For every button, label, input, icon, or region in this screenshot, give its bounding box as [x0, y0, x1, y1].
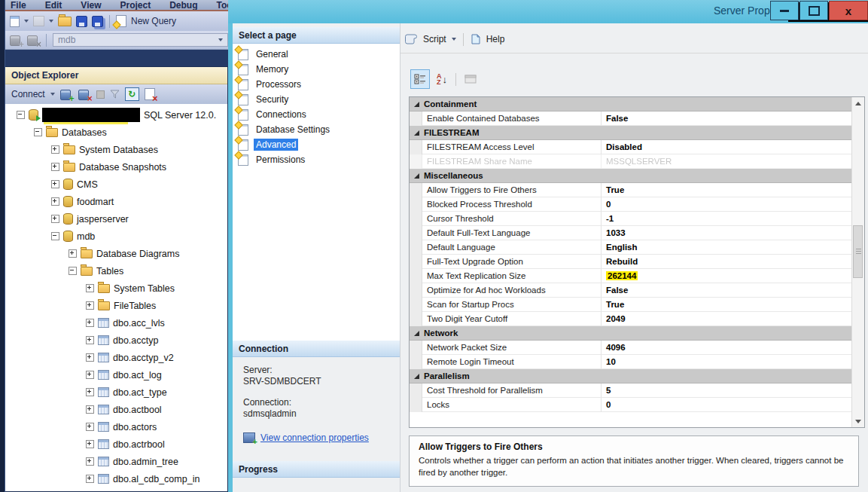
database-combobox[interactable]: mdb [53, 33, 228, 47]
tree-item[interactable]: dbo.acc_lvls [5, 314, 227, 332]
chevron-down-icon[interactable] [50, 93, 55, 96]
property-value[interactable]: True [602, 183, 852, 197]
expand-icon[interactable] [86, 423, 94, 431]
grid-property-row[interactable]: Enable Contained DatabasesFalse [410, 112, 852, 126]
page-item-permissions[interactable]: Permissions [233, 152, 400, 167]
collapse-triangle-icon[interactable] [414, 173, 419, 179]
tree-item[interactable]: Database Snapshots [5, 158, 227, 176]
change-connection-icon[interactable]: × [27, 35, 40, 46]
object-explorer-header[interactable]: Object Explorer [5, 67, 227, 84]
page-item-database-settings[interactable]: Database Settings [233, 122, 400, 137]
scrollbar-thumb[interactable] [853, 225, 863, 278]
script-error-icon[interactable] [145, 88, 155, 100]
tree-item[interactable]: Database Diagrams [5, 245, 227, 262]
expand-icon[interactable] [86, 388, 94, 396]
expand-icon[interactable] [86, 371, 94, 379]
open-file-icon[interactable] [58, 17, 72, 26]
add-to-project-icon[interactable] [33, 16, 44, 26]
tree-item[interactable]: Databases [5, 124, 227, 141]
property-name[interactable]: Two Digit Year Cutoff [422, 312, 602, 326]
property-name[interactable]: Cost Threshold for Parallelism [422, 384, 602, 398]
expand-icon[interactable] [86, 440, 94, 448]
expand-icon[interactable] [51, 215, 59, 223]
property-value[interactable]: 2049 [602, 312, 852, 326]
connect-server-icon[interactable]: + [60, 89, 73, 100]
property-name[interactable]: FILESTREAM Access Level [422, 140, 602, 154]
scroll-down-button[interactable] [852, 415, 863, 427]
grid-property-row[interactable]: FILESTREAM Access LevelDisabled [410, 140, 852, 154]
property-name[interactable]: Remote Login Timeout [422, 355, 602, 369]
tree-item[interactable]: mdb [5, 228, 227, 245]
tree-item[interactable]: dbo.act_log [5, 366, 227, 384]
page-item-security[interactable]: Security [233, 92, 400, 107]
property-value[interactable]: 262144 [602, 269, 852, 283]
property-value[interactable]: 1033 [602, 226, 852, 240]
grid-category-row[interactable]: Containment [410, 97, 852, 112]
grid-property-row[interactable]: Default LanguageEnglish [410, 240, 852, 255]
page-item-memory[interactable]: Memory [233, 62, 400, 77]
menu-project[interactable]: Project [120, 0, 151, 10]
collapse-triangle-icon[interactable] [414, 374, 419, 379]
save-all-icon[interactable] [92, 16, 103, 27]
expand-icon[interactable] [51, 145, 59, 154]
stop-icon[interactable] [96, 90, 105, 99]
property-name[interactable]: Allow Triggers to Fire Others [422, 183, 602, 197]
tree-item[interactable]: CMS [5, 176, 227, 193]
tree-item[interactable]: FileTables [5, 297, 227, 314]
tree-item[interactable]: SQL Server 12.0. [5, 106, 227, 124]
property-name[interactable]: Scan for Startup Procs [422, 298, 602, 312]
save-icon[interactable] [76, 16, 87, 27]
tree-item[interactable]: dbo.acctyp [5, 332, 227, 349]
expand-icon[interactable] [86, 457, 94, 466]
expand-icon[interactable] [51, 163, 59, 171]
property-name[interactable]: Cursor Threshold [422, 212, 602, 226]
new-query-icon[interactable] [116, 15, 126, 27]
grid-category-row[interactable]: Miscellaneous [410, 169, 852, 183]
tree-item[interactable]: dbo.actors [5, 418, 227, 435]
alphabetical-sort-button[interactable]: AZ ↓ [434, 69, 450, 89]
property-name[interactable]: Enable Contained Databases [422, 112, 602, 126]
grid-property-row[interactable]: Remote Login Timeout10 [410, 355, 852, 369]
connect-button[interactable]: Connect [11, 89, 45, 99]
property-name[interactable]: Blocked Process Threshold [422, 197, 602, 212]
expand-icon[interactable] [86, 336, 94, 344]
collapse-triangle-icon[interactable] [414, 130, 419, 136]
refresh-icon[interactable]: ↻ [125, 87, 139, 101]
script-button[interactable]: Script [423, 34, 446, 44]
grid-property-row[interactable]: Cursor Threshold-1 [410, 212, 852, 226]
grid-property-row[interactable]: Scan for Startup ProcsTrue [410, 298, 852, 312]
property-value[interactable]: MSSQLSERVER [602, 154, 852, 169]
collapse-icon[interactable] [17, 111, 25, 119]
disconnect-server-icon[interactable]: × [78, 89, 91, 100]
grid-property-row[interactable]: Full-Text Upgrade OptionRebuild [410, 255, 852, 269]
menu-debug[interactable]: Debug [169, 0, 197, 10]
grid-property-row[interactable]: Optimize for Ad hoc WorkloadsFalse [410, 283, 852, 298]
view-connection-properties-link[interactable]: View connection properties [243, 432, 389, 443]
expand-icon[interactable] [51, 180, 59, 188]
help-button[interactable]: Help [486, 34, 505, 44]
property-value[interactable]: English [602, 240, 852, 255]
menu-edit[interactable]: Edit [45, 0, 62, 10]
tree-item[interactable]: foodmart [5, 193, 227, 210]
tree-item[interactable]: dbo.actrbool [5, 435, 227, 453]
grid-category-row[interactable]: Parallelism [410, 369, 852, 384]
expand-icon[interactable] [86, 353, 94, 362]
property-name[interactable]: Full-Text Upgrade Option [422, 255, 602, 269]
page-item-advanced[interactable]: Advanced [233, 137, 400, 152]
scroll-up-button[interactable] [852, 97, 863, 109]
page-item-processors[interactable]: Processors [233, 77, 400, 92]
property-value[interactable]: 10 [602, 355, 852, 369]
grid-category-row[interactable]: Network [410, 326, 852, 341]
chevron-down-icon[interactable] [24, 20, 29, 23]
page-item-connections[interactable]: Connections [233, 107, 400, 122]
property-name[interactable]: Network Packet Size [422, 341, 602, 355]
expand-icon[interactable] [86, 475, 94, 483]
tree-item[interactable]: jasperserver [5, 210, 227, 228]
execute-icon[interactable]: + [10, 35, 23, 46]
property-name[interactable]: Default Full-Text Language [422, 226, 602, 240]
expand-icon[interactable] [86, 319, 94, 327]
tree-item[interactable]: dbo.admin_tree [5, 453, 227, 470]
grid-category-row[interactable]: FILESTREAM [410, 126, 852, 140]
expand-icon[interactable] [86, 405, 94, 414]
tree-item[interactable]: System Tables [5, 280, 227, 297]
